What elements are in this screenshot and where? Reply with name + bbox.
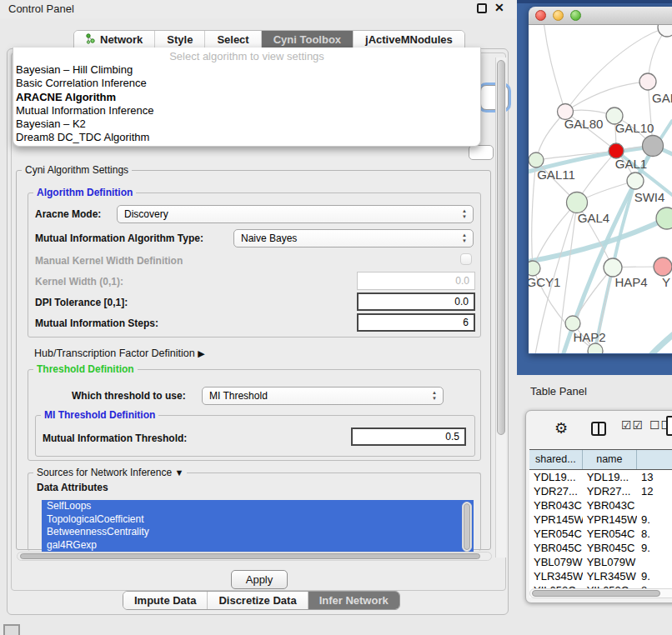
algorithm-option[interactable]: Bayesian – Hill Climbing	[13, 63, 480, 77]
table-cell[interactable]: YER054C	[529, 527, 583, 541]
collapse-down-icon[interactable]: ▼	[174, 468, 183, 478]
scrollbar-thumb[interactable]	[20, 553, 480, 559]
table-row[interactable]: YDR27...YDR27...12	[529, 484, 672, 498]
table-cell[interactable]: YDL19...	[583, 470, 637, 484]
table-row[interactable]: YBR045CYBR045C9.	[529, 541, 672, 555]
attribute-list-item[interactable]: BetweennessCentrality	[42, 526, 474, 539]
float-panel-icon[interactable]	[477, 3, 487, 13]
algorithm-option[interactable]: Basic Correlation Inference	[13, 77, 480, 90]
table-horizontal-scrollbar[interactable]	[529, 588, 672, 598]
table-cell[interactable]: YBR043C	[529, 498, 583, 512]
attribute-list-item[interactable]: SelfLoops	[42, 500, 474, 513]
table-cell[interactable]	[637, 555, 672, 569]
minimized-panel-icon[interactable]	[3, 624, 20, 635]
tab-network[interactable]: Network	[74, 31, 155, 48]
network-node[interactable]	[656, 208, 672, 229]
sources-toggle[interactable]: Sources for Network Inference ▼	[33, 467, 187, 478]
control-panel-titlebar: Control Panel ✕	[0, 0, 517, 18]
bottom-tabbar: Impute DataDiscretize DataInfer Network	[123, 591, 400, 610]
select-all-checkboxes-icon[interactable]: ☑☑	[621, 418, 644, 432]
zoom-window-icon[interactable]	[570, 10, 581, 21]
aracne-mode-combo[interactable]: Discovery ▲▼	[117, 205, 474, 223]
tab-cyni-toolbox[interactable]: Cyni Toolbox	[262, 31, 354, 48]
column-header-shared-[interactable]: shared...	[529, 450, 583, 469]
hub-definition-toggle[interactable]: Hub/Transcription Factor Definition ▶	[34, 348, 205, 359]
table-cell[interactable]: YBR045C	[583, 541, 637, 555]
tab-infer-network[interactable]: Infer Network	[308, 592, 399, 609]
mi-threshold-field[interactable]: 0.5	[351, 428, 466, 446]
scrollbar-thumb[interactable]	[497, 60, 505, 435]
table-cell[interactable]: YBL079W	[529, 555, 583, 569]
table-cell[interactable]: YPR145W	[583, 512, 637, 527]
table-cell[interactable]: 9.	[637, 512, 672, 527]
network-node[interactable]	[588, 343, 603, 353]
network-node-gal7[interactable]	[639, 73, 656, 90]
network-node-swi4[interactable]	[627, 172, 644, 189]
table-cell[interactable]: 9.	[637, 541, 672, 555]
scrollbar-thumb[interactable]	[532, 590, 660, 597]
table-cell[interactable]: YPR145W	[529, 512, 583, 527]
network-node-gal11[interactable]	[529, 152, 544, 168]
settings-vertical-scrollbar[interactable]	[495, 58, 506, 558]
table-cell[interactable]: YDR27...	[529, 484, 583, 498]
tab-jactivemnodules[interactable]: jActiveMNodules	[354, 31, 464, 48]
tab-select[interactable]: Select	[205, 31, 261, 48]
table-cell[interactable]: YLR345W	[583, 569, 637, 583]
network-canvas[interactable]: GAL7GAL80GAL10GAL1GAL11SWI4GAL4GCY1HAP4Y…	[529, 25, 672, 353]
algorithm-option[interactable]: ARACNE Algorithm	[13, 91, 480, 104]
algorithm-option[interactable]: Bayesian – K2	[13, 118, 480, 131]
network-node-hap4[interactable]	[604, 258, 622, 277]
table-row[interactable]: YBR043CYBR043C	[529, 498, 672, 512]
table-row[interactable]: YLR345WYLR345W9.	[529, 569, 672, 583]
list-scrollbar[interactable]	[462, 502, 472, 552]
table-cell[interactable]: 12	[637, 484, 672, 498]
table-cell[interactable]: YBL079W	[583, 555, 637, 569]
table-row[interactable]: YDL19...YDL19...13	[529, 470, 672, 484]
gear-icon[interactable]: ⚙	[554, 419, 568, 438]
tab-discretize-data[interactable]: Discretize Data	[208, 592, 308, 609]
scrollbar-thumb[interactable]	[464, 503, 470, 550]
network-node-y[interactable]	[654, 258, 672, 276]
attribute-list-item[interactable]: TopologicalCoefficient	[42, 513, 474, 527]
columns-icon[interactable]	[591, 422, 606, 436]
tab-impute-data[interactable]: Impute Data	[123, 592, 208, 609]
table-cell[interactable]: YDL19...	[529, 470, 583, 484]
table-cell[interactable]: YDR27...	[583, 484, 637, 498]
close-icon[interactable]: ✕	[494, 1, 504, 14]
table-row[interactable]: YBL079WYBL079W	[529, 555, 672, 569]
network-node-hap2[interactable]	[565, 316, 580, 331]
table-cell[interactable]: YBR043C	[583, 498, 637, 512]
kernel-width-field[interactable]: 0.0	[357, 272, 475, 290]
apply-button[interactable]: Apply	[231, 570, 288, 589]
minimize-window-icon[interactable]	[553, 10, 564, 21]
mi-algorithm-type-combo[interactable]: Naive Bayes ▲▼	[233, 229, 474, 248]
column-header-partial[interactable]	[637, 450, 672, 469]
network-node[interactable]	[658, 25, 672, 37]
table-cell[interactable]: YLR345W	[529, 569, 583, 583]
expand-right-icon[interactable]: ▶	[198, 348, 204, 358]
network-node-gal4[interactable]	[567, 192, 588, 213]
table-cell[interactable]: 13	[637, 470, 672, 484]
data-attributes-list[interactable]: SelfLoopsTopologicalCoefficientBetweenne…	[42, 500, 474, 553]
table-cell[interactable]: YBR045C	[529, 541, 583, 555]
column-header-name[interactable]: name	[583, 450, 637, 469]
network-node-gcy1[interactable]	[529, 261, 540, 276]
table-row[interactable]: YER054CYER054C8.	[529, 527, 672, 541]
close-window-icon[interactable]	[535, 10, 546, 21]
table-cell[interactable]: YER054C	[583, 527, 637, 541]
attribute-list-item[interactable]: gal4RGexp	[42, 539, 474, 552]
algorithm-option[interactable]: Mutual Information Inference	[13, 104, 480, 118]
manual-kernel-checkbox[interactable]	[460, 253, 472, 265]
dpi-tolerance-field[interactable]: 0.0	[357, 292, 475, 311]
table-row[interactable]: YPR145WYPR145W9.	[529, 512, 672, 527]
table-cell[interactable]	[637, 498, 672, 512]
which-threshold-combo[interactable]: MI Threshold ▲▼	[202, 387, 444, 405]
document-icon[interactable]	[666, 416, 672, 436]
table-cell[interactable]: 8.	[637, 527, 672, 541]
algorithm-option[interactable]: Dream8 DC_TDC Algorithm	[13, 131, 480, 144]
table-cell[interactable]: 9.	[637, 569, 672, 583]
tab-style[interactable]: Style	[155, 31, 205, 48]
mi-steps-field[interactable]: 6	[357, 313, 475, 332]
network-node[interactable]	[643, 136, 664, 157]
settings-horizontal-scrollbar[interactable]	[17, 552, 492, 561]
